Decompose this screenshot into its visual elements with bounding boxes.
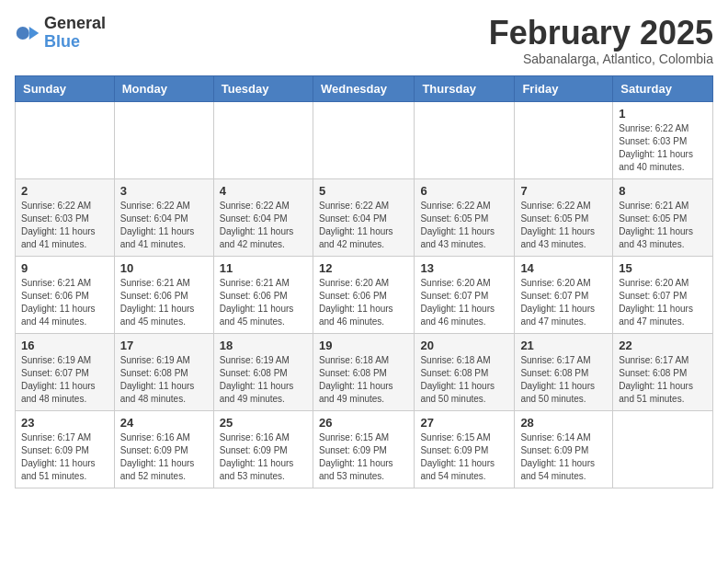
day-number: 8 [619,184,707,198]
day-number: 5 [319,184,408,198]
day-info: Sunrise: 6:14 AM Sunset: 6:09 PM Dayligh… [520,431,607,483]
weekday-header-saturday: Saturday [613,75,713,101]
day-info: Sunrise: 6:22 AM Sunset: 6:03 PM Dayligh… [21,200,108,251]
day-cell: 17Sunrise: 6:19 AM Sunset: 6:08 PM Dayli… [114,333,213,410]
day-number: 18 [220,339,307,352]
day-cell: 11Sunrise: 6:21 AM Sunset: 6:06 PM Dayli… [213,256,313,333]
day-cell: 12Sunrise: 6:20 AM Sunset: 6:06 PM Dayli… [313,256,414,333]
day-number: 22 [619,339,707,352]
day-number: 28 [520,416,607,430]
day-number: 27 [420,416,508,430]
day-info: Sunrise: 6:19 AM Sunset: 6:08 PM Dayligh… [120,354,208,406]
page-header: General Blue February 2025 Sabanalarga, … [15,15,713,66]
day-cell [613,410,713,488]
day-info: Sunrise: 6:20 AM Sunset: 6:07 PM Dayligh… [520,277,607,328]
day-info: Sunrise: 6:22 AM Sunset: 6:04 PM Dayligh… [120,200,208,251]
day-info: Sunrise: 6:17 AM Sunset: 6:09 PM Dayligh… [21,431,108,483]
day-number: 1 [619,107,707,121]
day-info: Sunrise: 6:22 AM Sunset: 6:05 PM Dayligh… [520,200,607,251]
day-number: 23 [21,416,108,430]
week-row-1: 1Sunrise: 6:22 AM Sunset: 6:03 PM Daylig… [16,101,713,178]
calendar-table: SundayMondayTuesdayWednesdayThursdayFrid… [15,75,713,488]
weekday-header-friday: Friday [515,75,613,101]
week-row-2: 2Sunrise: 6:22 AM Sunset: 6:03 PM Daylig… [16,178,713,256]
day-info: Sunrise: 6:21 AM Sunset: 6:06 PM Dayligh… [220,277,307,328]
svg-marker-1 [29,27,40,40]
day-cell: 6Sunrise: 6:22 AM Sunset: 6:05 PM Daylig… [415,178,515,256]
day-number: 25 [220,416,307,430]
day-info: Sunrise: 6:20 AM Sunset: 6:07 PM Dayligh… [420,277,508,328]
logo: General Blue [15,15,106,52]
day-info: Sunrise: 6:16 AM Sunset: 6:09 PM Dayligh… [120,431,208,483]
weekday-header-wednesday: Wednesday [313,75,414,101]
day-number: 11 [220,261,307,275]
day-cell [114,101,213,178]
day-number: 15 [619,261,707,275]
day-cell: 21Sunrise: 6:17 AM Sunset: 6:08 PM Dayli… [515,333,613,410]
day-info: Sunrise: 6:19 AM Sunset: 6:08 PM Dayligh… [220,354,307,406]
weekday-header-sunday: Sunday [16,75,115,101]
day-info: Sunrise: 6:15 AM Sunset: 6:09 PM Dayligh… [319,431,408,483]
logo-general: General [44,15,106,33]
day-info: Sunrise: 6:22 AM Sunset: 6:03 PM Dayligh… [619,122,707,174]
weekday-header-thursday: Thursday [415,75,515,101]
day-cell: 27Sunrise: 6:15 AM Sunset: 6:09 PM Dayli… [415,410,515,488]
logo-blue: Blue [44,33,106,52]
day-info: Sunrise: 6:21 AM Sunset: 6:05 PM Dayligh… [619,200,707,251]
day-info: Sunrise: 6:15 AM Sunset: 6:09 PM Dayligh… [420,431,508,483]
day-info: Sunrise: 6:22 AM Sunset: 6:04 PM Dayligh… [319,200,408,251]
day-info: Sunrise: 6:16 AM Sunset: 6:09 PM Dayligh… [220,431,307,483]
day-info: Sunrise: 6:18 AM Sunset: 6:08 PM Dayligh… [420,354,508,406]
day-number: 3 [120,184,208,198]
day-number: 20 [420,339,508,352]
day-info: Sunrise: 6:18 AM Sunset: 6:08 PM Dayligh… [319,354,408,406]
day-cell: 18Sunrise: 6:19 AM Sunset: 6:08 PM Dayli… [213,333,313,410]
week-row-3: 9Sunrise: 6:21 AM Sunset: 6:06 PM Daylig… [16,256,713,333]
weekday-header-tuesday: Tuesday [213,75,313,101]
title-block: February 2025 Sabanalarga, Atlantico, Co… [489,15,713,66]
day-number: 26 [319,416,408,430]
day-info: Sunrise: 6:17 AM Sunset: 6:08 PM Dayligh… [520,354,607,406]
day-info: Sunrise: 6:20 AM Sunset: 6:06 PM Dayligh… [319,277,408,328]
weekday-header-monday: Monday [114,75,213,101]
day-number: 4 [220,184,307,198]
day-info: Sunrise: 6:21 AM Sunset: 6:06 PM Dayligh… [21,277,108,328]
month-title: February 2025 [489,15,713,52]
day-cell: 24Sunrise: 6:16 AM Sunset: 6:09 PM Dayli… [114,410,213,488]
day-number: 9 [21,261,108,275]
day-number: 24 [120,416,208,430]
day-cell: 9Sunrise: 6:21 AM Sunset: 6:06 PM Daylig… [16,256,115,333]
day-cell: 10Sunrise: 6:21 AM Sunset: 6:06 PM Dayli… [114,256,213,333]
week-row-5: 23Sunrise: 6:17 AM Sunset: 6:09 PM Dayli… [16,410,713,488]
day-cell [313,101,414,178]
day-number: 14 [520,261,607,275]
day-cell [213,101,313,178]
day-cell: 14Sunrise: 6:20 AM Sunset: 6:07 PM Dayli… [515,256,613,333]
day-cell: 8Sunrise: 6:21 AM Sunset: 6:05 PM Daylig… [613,178,713,256]
day-cell [415,101,515,178]
day-cell: 7Sunrise: 6:22 AM Sunset: 6:05 PM Daylig… [515,178,613,256]
day-cell: 16Sunrise: 6:19 AM Sunset: 6:07 PM Dayli… [16,333,115,410]
day-cell: 19Sunrise: 6:18 AM Sunset: 6:08 PM Dayli… [313,333,414,410]
day-cell: 15Sunrise: 6:20 AM Sunset: 6:07 PM Dayli… [613,256,713,333]
day-cell: 3Sunrise: 6:22 AM Sunset: 6:04 PM Daylig… [114,178,213,256]
day-cell: 28Sunrise: 6:14 AM Sunset: 6:09 PM Dayli… [515,410,613,488]
day-info: Sunrise: 6:22 AM Sunset: 6:04 PM Dayligh… [220,200,307,251]
day-cell [16,101,115,178]
day-number: 17 [120,339,208,352]
day-cell: 25Sunrise: 6:16 AM Sunset: 6:09 PM Dayli… [213,410,313,488]
day-info: Sunrise: 6:17 AM Sunset: 6:08 PM Dayligh… [619,354,707,406]
week-row-4: 16Sunrise: 6:19 AM Sunset: 6:07 PM Dayli… [16,333,713,410]
day-number: 6 [420,184,508,198]
day-number: 13 [420,261,508,275]
day-info: Sunrise: 6:20 AM Sunset: 6:07 PM Dayligh… [619,277,707,328]
location: Sabanalarga, Atlantico, Colombia [489,52,713,66]
day-cell: 1Sunrise: 6:22 AM Sunset: 6:03 PM Daylig… [613,101,713,178]
day-cell: 20Sunrise: 6:18 AM Sunset: 6:08 PM Dayli… [415,333,515,410]
day-cell: 13Sunrise: 6:20 AM Sunset: 6:07 PM Dayli… [415,256,515,333]
day-info: Sunrise: 6:19 AM Sunset: 6:07 PM Dayligh… [21,354,108,406]
day-cell: 5Sunrise: 6:22 AM Sunset: 6:04 PM Daylig… [313,178,414,256]
day-cell: 22Sunrise: 6:17 AM Sunset: 6:08 PM Dayli… [613,333,713,410]
day-cell [515,101,613,178]
day-number: 2 [21,184,108,198]
